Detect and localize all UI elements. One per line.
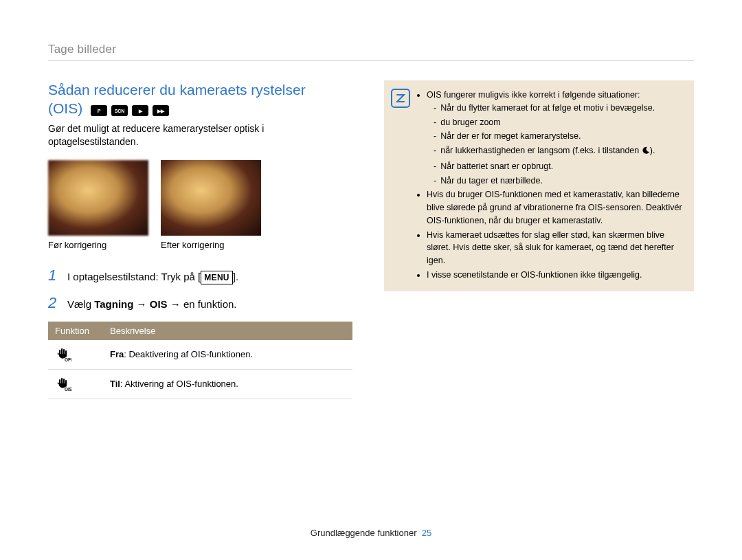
- note-sub-bullet: Når batteriet snart er opbrugt.: [434, 160, 684, 173]
- step-text: I optagelsestilstand: Tryk på [MENU].: [67, 271, 238, 284]
- note-sub-bullet: du bruger zoom: [434, 116, 684, 129]
- step1-after: ].: [233, 271, 238, 282]
- menu-chip: MENU: [201, 271, 233, 284]
- scene-mode-icon: SCN: [111, 105, 128, 116]
- after-image: [161, 160, 261, 236]
- footer-label: Grundlæggende funktioner: [311, 528, 417, 538]
- ois-off-icon: OFF: [48, 340, 103, 370]
- heading-line1: Sådan reducerer du kameraets rystelser: [48, 82, 306, 98]
- th-function: Funktion: [48, 322, 103, 340]
- heading-line2: (OIS): [48, 100, 82, 116]
- svg-text:OFF: OFF: [65, 357, 71, 362]
- note-bullet: I visse scenetilstande er OIS-funktionen…: [427, 269, 684, 282]
- note-bullet: Hvis kameraet udsættes for slag eller st…: [427, 229, 684, 267]
- note-bullet: Hvis du bruger OIS-funktionen med et kam…: [427, 188, 684, 227]
- step-number: 2: [48, 294, 58, 312]
- ois-on-icon: OIS: [48, 369, 103, 399]
- mode-icon-row: P SCN ▶ ▶▶: [91, 105, 169, 116]
- program-mode-icon: P: [91, 105, 107, 116]
- note-bullet: OIS fungerer muligvis ikke korrekt i føl…: [427, 89, 684, 187]
- note-sub-bullet: når lukkerhastigheden er langsom (f.eks.…: [434, 144, 684, 159]
- step-text: Vælg Tagning → OIS → en funktion.: [67, 298, 237, 310]
- note-sub-bullet: Når du flytter kameraet for at følge et …: [434, 102, 684, 115]
- step1-before: I optagelsestilstand: Tryk på [: [67, 271, 201, 282]
- movie-mode-icon: ▶: [132, 105, 148, 116]
- footer: Grundlæggende funktioner 25: [0, 528, 742, 538]
- smart-movie-mode-icon: ▶▶: [153, 105, 169, 116]
- after-caption: Efter korrigering: [161, 240, 261, 250]
- step2-strong1: Tagning: [94, 298, 133, 310]
- lead-text: Gør det muligt at reducere kamerarystels…: [48, 122, 352, 149]
- row-desc: Fra: Deaktivering af OIS-funktionen.: [103, 340, 352, 370]
- step2-strong2: OIS: [150, 298, 168, 310]
- table-row: OIS Til: Aktivering af OIS-funktionen.: [48, 369, 352, 399]
- function-table: Funktion Beskrivelse OFF Fra: Deaktiveri…: [48, 322, 352, 399]
- note-icon: [391, 89, 410, 108]
- note-box: OIS fungerer muligvis ikke korrekt i føl…: [384, 80, 694, 291]
- note-sub-bullet: Når der er for meget kamerarystelse.: [434, 130, 684, 143]
- table-row: OFF Fra: Deaktivering af OIS-funktionen.: [48, 340, 352, 370]
- page-title: Sådan reducerer du kameraets rystelser (…: [48, 80, 352, 118]
- svg-text:OIS: OIS: [65, 387, 71, 392]
- th-desc: Beskrivelse: [103, 322, 352, 340]
- note-sub-bullet: Når du tager et nærbillede.: [434, 175, 684, 188]
- step2-mid1: →: [133, 298, 149, 310]
- before-image: [48, 160, 148, 236]
- before-caption: Før korrigering: [48, 240, 148, 250]
- row-desc: Til: Aktivering af OIS-funktionen.: [103, 369, 352, 399]
- page-number: 25: [422, 528, 431, 538]
- step2-mid2: → en funktion.: [168, 298, 237, 310]
- step-number: 1: [48, 267, 58, 284]
- moon-icon: [642, 146, 650, 159]
- step2-prefix: Vælg: [67, 298, 94, 310]
- section-label: Tage billeder: [48, 43, 694, 61]
